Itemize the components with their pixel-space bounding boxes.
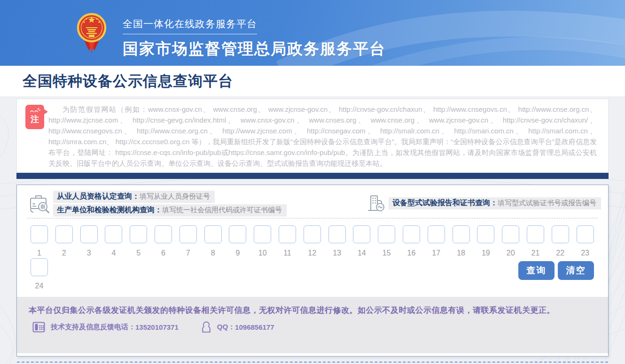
code-box-number: 15 [383,249,391,257]
code-box-cell: 2 [55,225,73,257]
note-badge-label: 注 [25,115,44,124]
code-input-box[interactable] [304,225,321,243]
code-input-box[interactable] [353,225,370,243]
code-box-number: 12 [308,249,316,257]
code-box-number: 14 [358,249,366,257]
code-input-box[interactable] [428,225,445,243]
code-box-cell: 24 [31,258,48,290]
qq-number: 1096856177 [235,323,274,331]
code-input-box[interactable] [378,225,395,243]
dashed-divider [27,218,598,218]
code-input-box[interactable] [180,225,197,243]
code-box-number: 6 [161,249,165,257]
code-box-number: 8 [211,249,215,257]
query-button[interactable]: 查询 [518,261,555,280]
code-box-cell: 20 [502,225,519,257]
code-box-cell: 7 [180,225,197,257]
code-box-number: 2 [62,249,66,257]
code-box-cell: 10 [254,225,271,257]
code-input-cells: 123456789101112131415161718192021222324 [31,225,602,290]
phone-icon [32,321,45,333]
code-box-number: 18 [457,249,465,257]
code-input-box[interactable] [577,225,594,243]
personnel-query-label: 从业人员资格认定查询： [57,192,140,200]
code-input-box[interactable] [55,225,73,243]
code-input-box[interactable] [279,225,296,243]
phone-number: 13520107371 [135,323,179,331]
code-box-cell: 13 [328,225,346,257]
code-input-box[interactable] [477,225,494,243]
code-box-cell: 23 [577,225,594,257]
phone-label: 技术支持及信息反馈电话： [51,323,135,332]
bottom-dashed-divider [17,362,608,363]
code-input-box[interactable] [403,225,420,243]
code-box-cell: 15 [378,225,395,257]
unit-query-label: 生产单位和检验检测机构查询： [57,206,162,214]
code-box-cell: 9 [229,225,246,257]
code-box-number: 24 [35,282,44,290]
code-input-box[interactable] [527,225,544,243]
code-box-number: 1 [37,249,41,257]
code-input-box[interactable] [105,225,122,243]
code-box-number: 16 [407,249,416,257]
code-box-number: 7 [186,249,190,257]
qq-contact: QQ：1096856177 [201,321,274,333]
portal-label: 全国一体化在线政务服务平台 [123,17,257,34]
query-panel: 从业人员资格认定查询：填写从业人员身份证号 生产单位和检验检测机构查询：填写统一… [16,185,609,356]
id-card-magnifier-icon [29,194,51,214]
attention-face-icon [29,108,40,113]
code-input-box[interactable] [254,225,271,243]
code-input-box[interactable] [80,225,98,243]
code-input-box[interactable] [31,225,48,243]
navy-accent-bar [16,173,609,179]
code-input-box[interactable] [31,258,48,276]
page-title: 全国特种设备公示信息查询平台 [23,71,233,91]
code-box-number: 10 [258,249,267,257]
code-box-number: 13 [333,249,341,257]
code-box-number: 11 [283,249,291,257]
code-box-cell: 6 [155,225,172,257]
qq-label: QQ： [217,323,235,332]
query-info-row: 从业人员资格认定查询：填写从业人员身份证号 生产单位和检验检测机构查询：填写统一… [17,185,608,215]
national-emblem-icon [77,12,107,54]
code-input-box[interactable] [552,225,569,243]
type-test-query-line: 设备型式试验报告和证书查询：填写型式试验证书号或报告编号 [389,197,601,209]
code-input-box[interactable] [453,225,470,243]
phone-contact: 技术支持及信息反馈电话：13520107371 [32,321,179,333]
contact-row: 技术支持及信息反馈电话：13520107371 QQ：1096856177 [32,321,587,333]
code-box-number: 20 [507,249,515,257]
code-box-number: 3 [87,249,91,257]
code-box-cell: 8 [204,225,222,257]
code-input-box[interactable] [502,225,519,243]
personnel-query-hint: 填写从业人员身份证号 [140,192,210,200]
note-badge: 注 [25,105,44,129]
code-input-box[interactable] [204,225,222,243]
code-box-number: 4 [111,249,116,257]
code-input-box[interactable] [155,225,172,243]
clear-button[interactable]: 清空 [558,261,594,280]
site-header: 全国一体化在线政务服务平台 国家市场监督管理总局政务服务平台 [0,0,625,66]
code-box-cell: 14 [353,225,370,257]
code-box-cell: 1 [31,225,48,257]
type-test-query-label: 设备型式试验报告和证书查询： [392,199,498,207]
code-box-number: 23 [581,249,589,257]
qq-penguin-icon [201,321,211,333]
code-input-box[interactable] [130,225,147,243]
notice-card: 注 为防范假冒网站（例如：www.cnsx-gov.cn、 www.cnse.o… [16,99,609,173]
code-box-number: 22 [556,249,564,257]
code-box-cell: 3 [80,225,98,257]
code-box-cell: 5 [130,225,147,257]
code-box-number: 19 [482,249,490,257]
action-buttons: 查询 清空 [518,261,594,280]
type-test-query-block: 设备型式试验报告和证书查询：填写型式试验证书号或报告编号 [367,194,601,213]
code-box-cell: 18 [453,225,470,257]
anti-counterfeit-notice: 为防范假冒网站（例如：www.cnsx-gov.cn、 www.cnse.org… [48,104,597,169]
code-input-box[interactable] [229,225,246,243]
code-input-box[interactable] [328,225,346,243]
code-box-number: 17 [432,249,440,257]
code-box-number: 21 [531,249,540,257]
code-box-number: 5 [136,249,141,257]
code-box-cell: 4 [105,225,122,257]
personnel-query-line: 从业人员资格认定查询：填写从业人员身份证号 [53,191,215,203]
code-box-cell: 16 [403,225,420,257]
